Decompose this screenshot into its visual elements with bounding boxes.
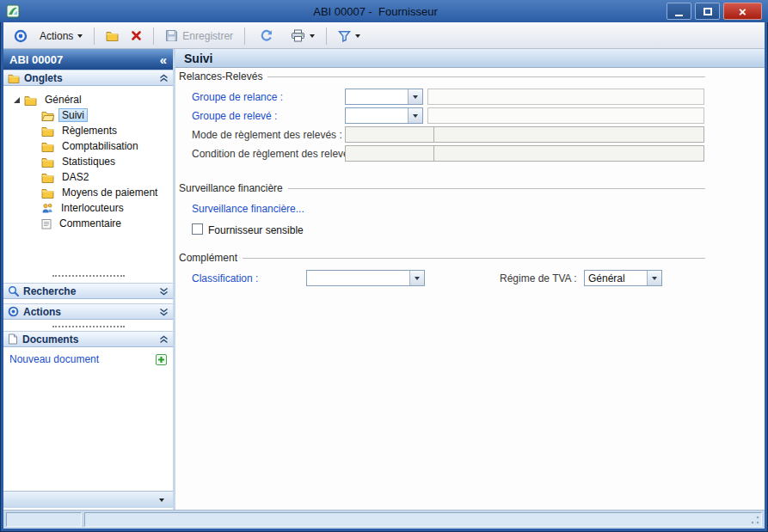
tree-item-label: Statistiques [58,155,119,168]
panel-onglets-header[interactable]: Onglets [3,70,173,86]
folder-icon [24,95,37,106]
add-document-button[interactable] [156,354,167,365]
new-document-link[interactable]: Nouveau document [9,353,156,365]
fournisseur-sensible-label: Fournisseur sensible [208,224,304,236]
folder-new-icon [106,30,119,41]
new-record-button[interactable] [101,27,124,45]
sidebar-collapse-button[interactable]: « [160,53,167,66]
status-cell-left [6,512,82,527]
panel-documents-header[interactable]: Documents [3,331,173,347]
magnifier-icon [8,285,19,297]
tree-item-label: Suivi [58,108,88,122]
panel-actions-label: Actions [23,306,155,318]
status-cell-main [84,512,762,527]
regime-tva-combo[interactable]: Général [584,270,662,286]
group-relances-title: Relances-Relevés [179,70,705,83]
printer-icon [291,29,305,42]
regime-tva-label: Régime de TVA : [500,272,577,284]
chevron-down-icon [310,34,315,38]
resize-grip[interactable] [749,514,760,525]
close-button[interactable]: × [723,3,762,20]
save-label: Enregistrer [182,30,233,42]
groupe-relance-combo[interactable] [345,89,423,105]
delete-button[interactable] [126,27,147,45]
toolbar-separator [94,28,95,45]
save-button[interactable]: Enregistrer [160,26,238,46]
maximize-button[interactable] [695,3,720,20]
statusbar [3,510,765,529]
minimize-button[interactable] [667,3,691,20]
onglets-tree: Général Suivi Règlements [3,86,173,231]
tree-item-reglements[interactable]: Règlements [3,123,173,138]
maximize-icon [703,8,712,15]
window-title: ABI 00007 - Fournisseur [103,5,648,18]
options-button[interactable] [9,26,33,46]
sidebar-overflow-bar [3,491,173,508]
drag-gripper[interactable] [52,325,125,327]
condition-reglement-code-field [345,145,434,162]
filter-button[interactable] [333,27,366,46]
groupe-releve-combo[interactable] [345,107,423,124]
close-icon: × [739,5,746,18]
tree-expander-icon[interactable] [14,97,20,103]
tree-item-suivi[interactable]: Suivi [3,107,173,123]
chevron-down-icon [413,95,418,99]
drag-gripper[interactable] [52,274,125,277]
funnel-icon [338,30,351,42]
condition-reglement-field [433,145,704,162]
tree-item-statistiques[interactable]: Statistiques [3,154,173,169]
fournisseur-sensible-checkbox[interactable] [192,223,203,235]
new-document-row: Nouveau document [3,352,173,367]
group-title-line [243,258,705,259]
titlebar: ABI 00007 - Fournisseur × [0,0,768,22]
panel-documents-label: Documents [22,333,155,345]
refresh-icon [260,29,273,42]
print-button[interactable] [286,26,320,46]
app-icon[interactable] [6,4,20,18]
tree-item-das2[interactable]: DAS2 [3,169,173,185]
sidebar-dropdown-button[interactable] [159,498,164,502]
folder-open-icon [41,110,54,121]
classification-combo[interactable] [306,270,425,286]
tree-item-interlocuteurs[interactable]: Interlocuteurs [3,200,173,216]
folder-icon [41,141,54,152]
folder-icon [41,172,54,183]
panel-actions-header[interactable]: Actions [3,303,173,320]
tree-item-moyens-de-paiement[interactable]: Moyens de paiement [3,185,173,200]
document-icon [8,333,18,345]
group-surveillance-title: Surveillance financière [179,182,705,194]
chevron-double-up-icon [159,74,169,83]
groupe-relance-display-field [427,89,704,105]
sidebar-header: ABI 00007 « [3,49,173,70]
tree-item-comptabilisation[interactable]: Comptabilisation [3,138,173,154]
groupe-releve-label: Groupe de relevé : [192,110,277,122]
minimize-icon [675,15,683,16]
chevron-down-icon [415,277,420,280]
actions-menu-label: Actions [40,30,73,42]
surveillance-financiere-link[interactable]: Surveillance financière... [192,203,304,215]
red-x-icon [131,30,142,41]
tree-item-label: Commentaire [56,217,125,230]
note-icon [41,218,52,229]
page-title-bar: Suivi [175,49,765,68]
combo-dropdown-button[interactable] [409,271,424,285]
toolbar-separator [326,28,327,45]
floppy-disk-icon [165,29,178,42]
mode-reglement-field [433,126,704,143]
sidebar: ABI 00007 « Onglets [3,49,173,510]
group-title-line [267,76,705,77]
refresh-button[interactable] [255,26,279,46]
toolbar-separator [244,28,245,45]
combo-dropdown-button[interactable] [408,108,422,123]
tree-item-general[interactable]: Général [3,92,173,107]
combo-dropdown-button[interactable] [408,89,422,104]
classification-label: Classification : [192,272,258,284]
tree-item-commentaire[interactable]: Commentaire [3,216,173,231]
folder-icon [8,73,20,83]
groupe-relance-label: Groupe de relance : [192,91,283,103]
chevron-double-down-icon [159,308,169,316]
panel-recherche-header[interactable]: Recherche [3,283,173,299]
toolbar: Actions Enregistrer [3,22,765,49]
combo-dropdown-button[interactable] [647,271,661,285]
actions-menu-button[interactable]: Actions [34,27,88,46]
